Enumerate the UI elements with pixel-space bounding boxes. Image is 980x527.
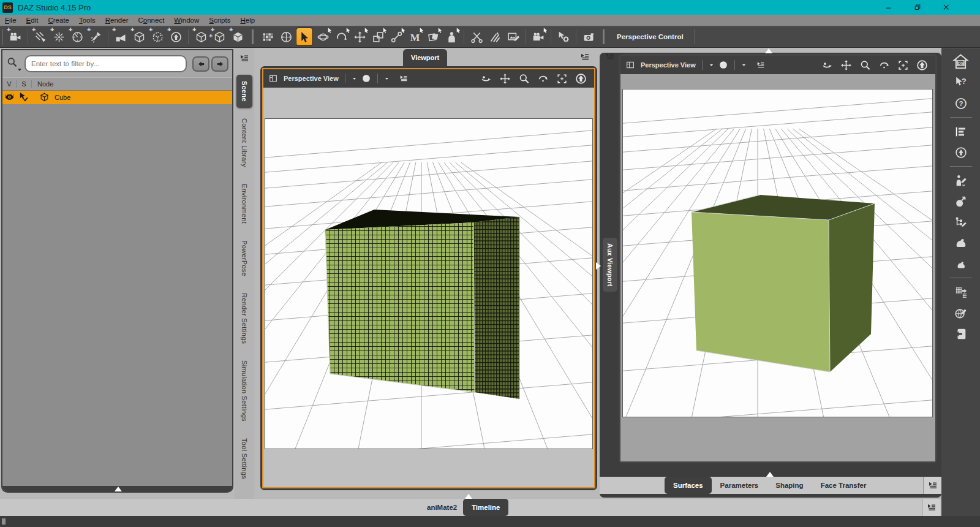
- caret-down-icon[interactable]: [709, 63, 714, 68]
- side-tab-powerpose[interactable]: PowerPose: [236, 234, 252, 282]
- side-tab-environment[interactable]: Environment: [236, 178, 252, 230]
- aux-pane-options-button[interactable]: [603, 49, 617, 64]
- toolbar-handle[interactable]: [2, 29, 3, 45]
- tab-viewport[interactable]: Viewport: [403, 49, 447, 66]
- aim-at-button[interactable]: [277, 28, 295, 46]
- tool-settings-button[interactable]: [555, 28, 572, 46]
- splitter-handle[interactable]: [765, 48, 772, 53]
- translate-tool-button[interactable]: [351, 28, 368, 46]
- menu-connect[interactable]: Connect: [134, 17, 170, 24]
- rotate-icon[interactable]: [537, 73, 549, 85]
- weight-brush-tool-button[interactable]: [486, 28, 503, 46]
- new-photometric-light-button[interactable]: +: [69, 28, 86, 46]
- selectability-toggle[interactable]: [18, 92, 31, 103]
- flex-morph-button[interactable]: [951, 256, 971, 272]
- new-null-button[interactable]: +: [167, 28, 184, 46]
- splitter-handle[interactable]: [596, 262, 601, 270]
- daz-home-button[interactable]: [951, 53, 971, 70]
- side-tab-content-library[interactable]: Content Library: [236, 112, 252, 173]
- menu-help[interactable]: Help: [235, 17, 260, 24]
- rotate-tool-button[interactable]: [314, 28, 331, 46]
- new-spotlight-button[interactable]: +: [87, 28, 104, 46]
- pane-options-button[interactable]: [923, 477, 941, 494]
- view-selector-label[interactable]: Perspective View: [284, 75, 339, 82]
- outline-panel-button[interactable]: [951, 123, 971, 140]
- tab-surfaces[interactable]: Surfaces: [665, 477, 712, 494]
- new-group-button[interactable]: +: [130, 28, 148, 46]
- side-tab-render-settings[interactable]: Render Settings: [236, 287, 252, 350]
- dolly-zoom-icon[interactable]: [859, 59, 871, 71]
- geometry-edit-button[interactable]: [951, 305, 971, 321]
- tab-timeline[interactable]: Timeline: [463, 499, 508, 516]
- menu-window[interactable]: Window: [169, 17, 204, 24]
- viewport-canvas[interactable]: [265, 118, 593, 449]
- orbit-icon[interactable]: [480, 73, 492, 85]
- rotate-icon[interactable]: [878, 59, 890, 71]
- caret-down-icon[interactable]: [352, 76, 357, 82]
- node-selection-tool-button[interactable]: [296, 28, 313, 46]
- camera-selection-button[interactable]: [530, 28, 547, 46]
- menu-scripts[interactable]: Scripts: [204, 17, 235, 24]
- muscularity-morph-button[interactable]: [951, 235, 971, 251]
- geometry-editor-tool-button[interactable]: [468, 28, 485, 46]
- reset-camera-icon[interactable]: [575, 73, 587, 85]
- new-point-light-button[interactable]: +: [50, 28, 67, 46]
- new-primitive-button[interactable]: +: [229, 28, 246, 46]
- new-camera-view-button[interactable]: +: [112, 28, 129, 46]
- filter-back-button[interactable]: [192, 56, 209, 72]
- new-camera-button[interactable]: +: [7, 28, 24, 46]
- new-distant-light-button[interactable]: +: [32, 28, 49, 46]
- pan-icon[interactable]: [840, 59, 852, 71]
- region-editor-tool-button[interactable]: [505, 28, 522, 46]
- filter-input[interactable]: [24, 55, 187, 72]
- panel-resize-handle[interactable]: [115, 487, 122, 491]
- joint-editor-tool-button[interactable]: [388, 28, 405, 46]
- pane-options-button[interactable]: [922, 499, 940, 516]
- pan-icon[interactable]: [499, 73, 511, 85]
- viewport-layout-button[interactable]: [259, 28, 276, 46]
- help-button[interactable]: [951, 95, 971, 112]
- caret-down-icon[interactable]: [384, 76, 390, 82]
- restore-button[interactable]: [908, 1, 927, 14]
- mesh-grabber-tool-button[interactable]: [406, 28, 423, 46]
- tab-face-transfer[interactable]: Face Transfer: [812, 477, 875, 494]
- reset-camera-icon[interactable]: [916, 59, 928, 71]
- surface-selection-tool-button[interactable]: [424, 28, 442, 46]
- render-button[interactable]: [580, 28, 597, 46]
- pane-options-icon[interactable]: [756, 60, 766, 70]
- menu-file[interactable]: File: [0, 17, 21, 24]
- minimize-button[interactable]: [880, 1, 898, 14]
- tab-animate2[interactable]: aniMate2: [418, 499, 466, 516]
- exit-button[interactable]: [951, 325, 971, 342]
- menu-create[interactable]: Create: [43, 17, 74, 24]
- aux-viewport-canvas[interactable]: [622, 89, 933, 417]
- whats-this-help-button[interactable]: [951, 74, 971, 91]
- tab-aux-viewport[interactable]: Aux Viewport: [603, 238, 617, 292]
- pane-options-icon[interactable]: [399, 74, 409, 83]
- caret-down-icon[interactable]: [741, 63, 747, 68]
- active-pose-tool-button[interactable]: [333, 28, 350, 46]
- filter-forward-button[interactable]: [211, 56, 228, 72]
- new-node-button[interactable]: +: [192, 28, 209, 46]
- new-selection-set-button[interactable]: +: [149, 28, 166, 46]
- drawstyle-sphere-icon[interactable]: [718, 60, 728, 70]
- close-button[interactable]: [937, 1, 956, 14]
- menu-tools[interactable]: Tools: [74, 17, 100, 24]
- side-tab-tool-settings[interactable]: Tool Settings: [236, 432, 252, 485]
- dolly-zoom-icon[interactable]: [518, 73, 530, 85]
- hierarchy-editor-button[interactable]: [951, 214, 971, 230]
- scene-tree-body[interactable]: [2, 104, 232, 486]
- side-tab-scene[interactable]: Scene: [236, 75, 252, 108]
- frame-icon[interactable]: [897, 59, 909, 71]
- orbit-icon[interactable]: [821, 59, 833, 71]
- scene-node-row[interactable]: Cube: [2, 91, 232, 104]
- splitter-handle[interactable]: [465, 494, 472, 499]
- viewport-pane-options-button[interactable]: [578, 50, 592, 64]
- view-selector-label[interactable]: Perspective View: [641, 61, 696, 69]
- null-node-button[interactable]: [951, 144, 971, 161]
- transfer-utility-button[interactable]: [951, 284, 971, 300]
- drawstyle-sphere-icon[interactable]: [361, 74, 371, 83]
- menu-render[interactable]: Render: [100, 17, 134, 24]
- scale-tool-button[interactable]: [369, 28, 386, 46]
- panel-options-button[interactable]: [237, 51, 252, 66]
